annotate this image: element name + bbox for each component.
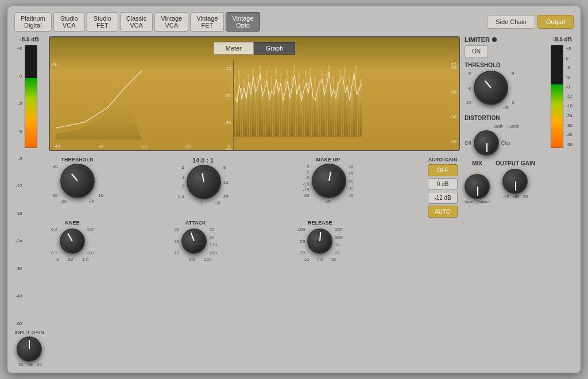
svg-rect-55 — [360, 79, 362, 137]
svg-rect-51 — [351, 94, 353, 137]
preset-classic-vca[interactable]: ClassicVCA — [120, 12, 153, 32]
limiter-threshold-label: THRESHOLD — [465, 62, 547, 68]
side-chain-button[interactable]: Side Chain — [487, 15, 535, 29]
svg-rect-2 — [238, 71, 240, 137]
input-gain-min: -30 — [17, 362, 24, 367]
svg-rect-31 — [305, 71, 307, 137]
ratio-group: 14.0 : 1 5321.4 81220 :130 — [178, 157, 229, 206]
svg-rect-47 — [342, 79, 343, 137]
svg-rect-0 — [234, 76, 235, 137]
input-meter-fill — [25, 78, 37, 148]
svg-rect-18 — [275, 68, 277, 137]
svg-rect-35 — [314, 76, 316, 137]
distortion-hard-label: Hard — [507, 123, 519, 129]
input-gain-max: 30 — [37, 362, 42, 367]
svg-rect-20 — [280, 74, 281, 137]
display-tab-meter[interactable]: Meter — [214, 42, 254, 55]
svg-rect-43 — [332, 76, 334, 137]
preset-vintage-vca[interactable]: VintageVCA — [154, 12, 188, 32]
output-gain-min: -30 — [502, 194, 509, 199]
center-section: Meter Graph — [49, 36, 460, 367]
controls-row-2: KNEE 0.40.2 0.60.8 0dB1.0 — [49, 218, 460, 262]
distortion-knob[interactable] — [474, 130, 499, 156]
threshold-group: THRESHOLD -30-20 -10 -50dB — [51, 157, 103, 204]
distortion-clip-label: Clip — [501, 140, 510, 146]
knee-group: KNEE 0.40.2 0.60.8 0dB1.0 — [51, 220, 94, 262]
controls-row-1: THRESHOLD -30-20 -10 -50dB — [49, 157, 460, 218]
preset-platinum-digital[interactable]: PlatinumDigital — [14, 12, 52, 32]
auto-gain-label: AUTO GAIN — [428, 157, 457, 163]
preset-vintage-opto[interactable]: VintageOpto — [226, 12, 260, 32]
makeup-unit: dB — [325, 199, 331, 204]
makeup-group: MAKE UP 50-5-10-15-20 1015203040 dB — [303, 157, 353, 204]
preset-studio-fet[interactable]: StudioFET — [87, 12, 118, 32]
limiter-dot — [492, 37, 497, 42]
auto-gain-off-btn[interactable]: OFF — [428, 164, 458, 176]
svg-rect-52 — [353, 74, 355, 137]
graph-right: dB -10 -20 -30 -40 — [234, 59, 459, 150]
input-gain-knob[interactable] — [17, 337, 42, 362]
attack-group: ATTACK 201510 5080120160 ms200 — [175, 220, 217, 262]
svg-rect-53 — [355, 65, 357, 137]
ratio-knob[interactable] — [187, 165, 221, 199]
output-meter-bar — [551, 45, 563, 148]
svg-rect-9 — [254, 85, 256, 137]
ratio-label: 14.0 : 1 — [192, 157, 214, 164]
threshold-unit: dB — [89, 199, 95, 204]
mix-ratio-label: 1:1 — [474, 169, 480, 174]
svg-rect-23 — [287, 71, 288, 137]
svg-rect-37 — [319, 79, 320, 137]
makeup-knob[interactable] — [312, 164, 346, 198]
svg-rect-49 — [346, 85, 348, 137]
svg-rect-14 — [266, 71, 268, 137]
mix-label: MIX — [472, 160, 482, 167]
preset-tabs: PlatinumDigital StudioVCA StudioFET Clas… — [14, 12, 260, 32]
display-tabs: Meter Graph — [50, 37, 459, 59]
main-area: -8.5 dB +30-3-6-9-12-18-24-30-40-60 INPU… — [14, 36, 574, 367]
input-meter-label: -8.5 dB — [20, 36, 38, 42]
svg-rect-28 — [298, 74, 300, 137]
svg-rect-54 — [358, 88, 359, 137]
auto-gain-0db-btn[interactable]: 0 dB — [428, 178, 458, 190]
mix-knob[interactable] — [465, 174, 490, 199]
distortion-label: DISTORTION — [465, 115, 547, 121]
limiter-threshold-knob[interactable] — [474, 71, 508, 105]
output-meter-fill — [551, 84, 563, 148]
limiter-on-button[interactable]: ON — [465, 45, 488, 57]
top-bar: PlatinumDigital StudioVCA StudioFET Clas… — [14, 12, 574, 32]
release-group: RELEASE 1005020 2005001k2k 10ms5k — [297, 220, 343, 262]
svg-rect-48 — [344, 68, 346, 137]
display-content: dB -10 -20 -30 -40 -40 -30 - — [50, 59, 459, 150]
threshold-knob[interactable] — [60, 164, 95, 198]
right-section: LIMITER ON THRESHOLD -6-8-10 — [465, 36, 574, 367]
left-input-section: -8.5 dB +30-3-6-9-12-18-24-30-40-60 INPU… — [14, 36, 44, 367]
auto-gain-auto-btn[interactable]: AUTO — [428, 206, 458, 218]
output-meter-label-top: -9.5 dB — [553, 36, 572, 42]
svg-rect-36 — [316, 94, 318, 137]
output-gain-knob[interactable] — [502, 169, 528, 194]
output-gain-max: 30 — [523, 194, 528, 199]
output-button[interactable]: Output — [537, 15, 574, 29]
input-gain-unit: dB — [27, 362, 33, 367]
input-meter-bar — [25, 45, 37, 148]
preset-vintage-fet[interactable]: VintageFET — [190, 12, 224, 32]
svg-rect-16 — [270, 76, 272, 137]
display-tab-graph[interactable]: Graph — [254, 42, 296, 55]
makeup-label: MAKE UP — [316, 157, 341, 163]
top-right-buttons: Side Chain Output — [487, 15, 574, 29]
attack-label: ATTACK — [185, 220, 206, 226]
preset-studio-vca[interactable]: StudioVCA — [53, 12, 85, 32]
release-knob[interactable] — [307, 229, 332, 254]
attack-knob[interactable] — [181, 229, 207, 254]
mix-input-label: Input — [465, 199, 475, 204]
knee-label: KNEE — [65, 220, 80, 226]
distortion-off-label: Off — [465, 140, 471, 146]
limiter-label: LIMITER — [465, 36, 490, 43]
graph-left: dB -10 -20 -30 -40 -40 -30 - — [50, 59, 234, 150]
release-label: RELEASE — [308, 220, 332, 226]
auto-gain-12db-btn[interactable]: -12 dB — [428, 192, 458, 204]
knee-knob[interactable] — [60, 229, 85, 254]
svg-rect-50 — [349, 76, 350, 137]
knee-unit: dB — [68, 257, 74, 262]
output-gain-label: OUTPUT GAIN — [496, 160, 535, 167]
